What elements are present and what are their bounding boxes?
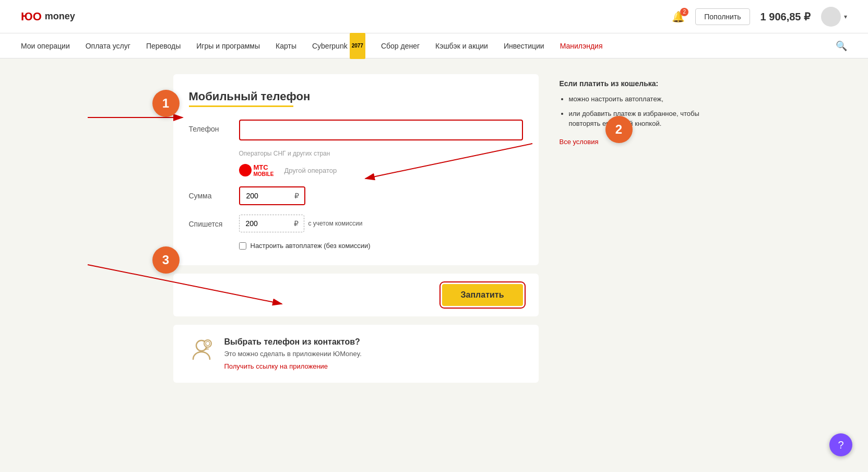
search-icon[interactable]: 🔍: [836, 40, 847, 52]
notifications-bell[interactable]: 🔔 2: [672, 10, 685, 23]
autopay-checkbox[interactable]: [239, 242, 246, 250]
pay-card: Заплатить: [173, 274, 539, 316]
info-item-0: можно настроить автоплатеж,: [569, 94, 727, 104]
contacts-description: Это можно сделать в приложении ЮMoney.: [224, 350, 362, 358]
nav-item-games[interactable]: Игры и программы: [196, 33, 260, 58]
nav-cyberpunk-label: Cyberpunk: [312, 33, 348, 58]
amount-label: Сумма: [189, 186, 231, 200]
form-card: Мобильный телефон Телефон Операторы СНГ …: [173, 74, 539, 265]
nav-item-collect[interactable]: Сбор денег: [381, 33, 420, 58]
topup-button[interactable]: Пополнить: [695, 8, 750, 25]
deduct-currency: ₽: [292, 215, 304, 232]
operator-row: МТС MOBILE Другой оператор: [239, 163, 523, 177]
autopay-label: Настроить автоплатеж (без комиссии): [251, 242, 371, 250]
user-avatar-menu[interactable]: ▾: [821, 7, 847, 27]
logo: ЮО money: [21, 10, 75, 23]
main-nav: Мои операции Оплата услуг Переводы Игры …: [0, 33, 868, 58]
nav-item-investments[interactable]: Инвестиции: [504, 33, 544, 58]
amount-input[interactable]: [240, 187, 292, 204]
contacts-app-link[interactable]: Получить ссылку на приложение: [224, 362, 328, 370]
contacts-icon: [189, 337, 214, 367]
deduct-note: с учетом комиссии: [304, 220, 363, 227]
phone-row: Телефон: [189, 120, 523, 140]
header-right: 🔔 2 Пополнить 1 906,85 ₽ ▾: [672, 7, 847, 27]
contacts-title: Выбрать телефон из контактов?: [224, 337, 362, 347]
nav-item-services[interactable]: Оплата услуг: [86, 33, 130, 58]
mts-operator[interactable]: МТС MOBILE: [239, 163, 274, 177]
phone-label: Телефон: [189, 120, 231, 133]
amount-field: ₽: [239, 186, 305, 205]
amount-currency: ₽: [292, 187, 304, 204]
other-operator-link[interactable]: Другой оператор: [284, 167, 337, 174]
deduct-field: ₽ с учетом комиссии: [239, 215, 363, 232]
avatar: [821, 7, 841, 27]
phone-hint: Операторы СНГ и других стран: [239, 150, 523, 157]
nav-item-transfers[interactable]: Переводы: [146, 33, 181, 58]
info-title: Если платить из кошелька:: [560, 79, 727, 88]
phone-input[interactable]: [239, 120, 523, 140]
amount-input-wrap: ₽: [239, 186, 305, 205]
autopay-row: Настроить автоплатеж (без комиссии): [239, 242, 523, 250]
header: ЮО money 🔔 2 Пополнить 1 906,85 ₽ ▾: [0, 0, 868, 33]
form-title: Мобильный телефон: [189, 90, 523, 103]
nav-item-manilandia[interactable]: Манилэндия: [560, 33, 603, 58]
deduct-input-wrap: ₽: [239, 215, 304, 232]
page-wrapper: 1 3 Мобильный телефон Телефон Операторы …: [0, 58, 868, 398]
svg-point-1: [204, 340, 211, 347]
deduct-input[interactable]: [240, 215, 292, 232]
logo-text: money: [45, 11, 75, 22]
info-panel: 2 Если платить из кошелька: можно настро…: [560, 74, 727, 383]
notification-count: 2: [680, 8, 688, 16]
main-content: 1 3 Мобильный телефон Телефон Операторы …: [121, 58, 747, 398]
cyberpunk-badge: 2077: [350, 33, 365, 59]
mts-logo-icon: [239, 164, 252, 176]
mts-label: МТС MOBILE: [254, 163, 274, 177]
form-area: Мобильный телефон Телефон Операторы СНГ …: [173, 74, 539, 383]
deduct-label: Спишется: [189, 215, 231, 228]
annotation-2: 2: [605, 116, 633, 143]
annotation-3: 3: [152, 246, 180, 274]
logo-icon: ЮО: [21, 10, 42, 23]
balance-display: 1 906,85 ₽: [760, 10, 811, 23]
contacts-text: Выбрать телефон из контактов? Это можно …: [224, 337, 362, 370]
nav-item-cards[interactable]: Карты: [276, 33, 296, 58]
info-list: можно настроить автоплатеж, или добавить…: [560, 94, 727, 129]
info-conditions-link[interactable]: Все условия: [560, 138, 599, 146]
info-item-1: или добавить платеж в избранное, чтобы п…: [569, 109, 727, 129]
form-title-underline: [189, 105, 293, 107]
annotation-1: 1: [152, 90, 180, 117]
pay-button[interactable]: Заплатить: [442, 284, 523, 306]
nav-item-operations[interactable]: Мои операции: [21, 33, 70, 58]
amount-row: Сумма ₽: [189, 186, 523, 205]
nav-item-cyberpunk[interactable]: Cyberpunk 2077: [312, 33, 365, 59]
nav-item-cashback[interactable]: Кэшбэк и акции: [435, 33, 488, 58]
contacts-card: Выбрать телефон из контактов? Это можно …: [173, 325, 539, 383]
phone-input-wrap: [239, 120, 523, 140]
deduct-row: Спишется ₽ с учетом комиссии: [189, 215, 523, 232]
chevron-down-icon: ▾: [844, 13, 847, 20]
